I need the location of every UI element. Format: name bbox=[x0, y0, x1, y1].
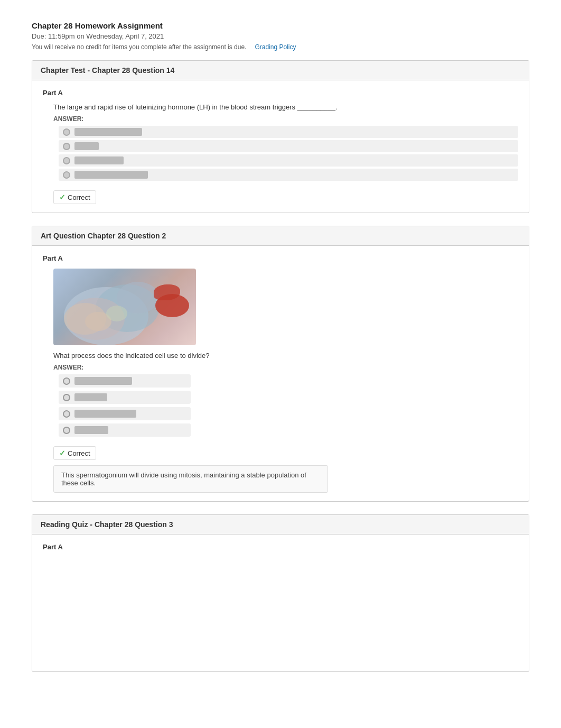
question-3-body: Part A bbox=[32, 535, 529, 671]
option-1-2[interactable]: LH/FSH bbox=[59, 140, 518, 152]
radio-2-4 bbox=[63, 427, 70, 434]
radio-1-3 bbox=[63, 157, 70, 164]
feedback-text-2: This spermatogonium will divide using mi… bbox=[61, 471, 306, 487]
correct-label-1: Correct bbox=[68, 193, 90, 201]
question-block-2: Art Question Chapter 28 Question 2 Part … bbox=[32, 226, 529, 502]
no-credit-row: You will receive no credit for items you… bbox=[32, 43, 529, 51]
art-image bbox=[53, 269, 196, 345]
option-1-4-text: Second signal response bbox=[74, 171, 148, 179]
option-2-1-text: Option answer one bbox=[74, 377, 132, 385]
question-3-header: Reading Quiz - Chapter 28 Question 3 bbox=[32, 515, 529, 535]
feedback-box-2: This spermatogonium will divide using mi… bbox=[53, 465, 328, 493]
grading-policy-link[interactable]: Grading Policy bbox=[255, 43, 296, 51]
option-2-3-text: Option three answer bbox=[74, 410, 136, 418]
due-date: Due: 11:59pm on Wednesday, April 7, 2021 bbox=[32, 32, 529, 40]
radio-2-3 bbox=[63, 410, 70, 418]
question-2-header: Art Question Chapter 28 Question 2 bbox=[32, 226, 529, 246]
radio-1-4 bbox=[63, 171, 70, 179]
question-1-body: Part A The large and rapid rise of lutei… bbox=[32, 80, 529, 213]
question-3-content-area bbox=[43, 557, 518, 663]
question-1-text: The large and rapid rise of luteinizing … bbox=[53, 103, 518, 111]
correct-check-2: ✓ bbox=[59, 449, 66, 457]
question-3-part: Part A bbox=[43, 543, 518, 551]
option-1-1-text: First response answer bbox=[74, 128, 142, 136]
question-1-options: First response answer LH/FSH Ovulation s… bbox=[59, 126, 518, 181]
question-2-part: Part A bbox=[43, 254, 518, 262]
option-2-3[interactable]: Option three answer bbox=[59, 407, 191, 420]
question-2-text: What process does the indicated cell use… bbox=[53, 352, 518, 360]
option-2-4[interactable]: Option four bbox=[59, 423, 191, 437]
question-block-1: Chapter Test - Chapter 28 Question 14 Pa… bbox=[32, 60, 529, 213]
question-2-options: Option answer one Option two Option thre… bbox=[59, 374, 518, 437]
correct-label-2: Correct bbox=[68, 449, 90, 457]
art-svg bbox=[53, 269, 196, 345]
radio-1-2 bbox=[63, 143, 70, 150]
option-1-3[interactable]: Ovulation signal bbox=[59, 154, 518, 167]
option-2-2-text: Option two bbox=[74, 393, 107, 401]
question-block-3: Reading Quiz - Chapter 28 Question 3 Par… bbox=[32, 514, 529, 672]
svg-point-4 bbox=[155, 294, 189, 317]
radio-2-1 bbox=[63, 377, 70, 385]
option-1-3-text: Ovulation signal bbox=[74, 156, 124, 164]
assignment-title: Chapter 28 Homework Assignment bbox=[32, 21, 529, 30]
option-1-2-text: LH/FSH bbox=[74, 142, 99, 150]
svg-point-6 bbox=[106, 306, 127, 321]
option-1-4[interactable]: Second signal response bbox=[59, 169, 518, 181]
question-1-part: Part A bbox=[43, 89, 518, 97]
question-1-answer-label: ANSWER: bbox=[53, 115, 518, 123]
correct-badge-1: ✓ Correct bbox=[53, 190, 96, 204]
option-2-2[interactable]: Option two bbox=[59, 391, 191, 404]
option-2-4-text: Option four bbox=[74, 426, 108, 434]
question-2-answer-label: ANSWER: bbox=[53, 364, 518, 371]
question-1-header: Chapter Test - Chapter 28 Question 14 bbox=[32, 61, 529, 80]
radio-2-2 bbox=[63, 394, 70, 401]
no-credit-text: You will receive no credit for items you… bbox=[32, 43, 246, 51]
option-2-1[interactable]: Option answer one bbox=[59, 374, 191, 388]
correct-check-1: ✓ bbox=[59, 193, 66, 201]
option-1-1[interactable]: First response answer bbox=[59, 126, 518, 138]
radio-1-1 bbox=[63, 128, 70, 136]
page-wrapper: Chapter 28 Homework Assignment Due: 11:5… bbox=[0, 0, 561, 706]
correct-badge-2: ✓ Correct bbox=[53, 446, 96, 460]
question-2-body: Part A What process does the indicated c… bbox=[32, 246, 529, 501]
